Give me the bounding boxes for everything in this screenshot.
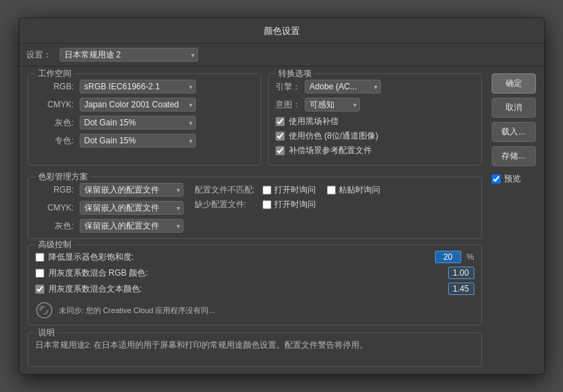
title-bar: 颜色设置 [19,18,544,44]
adv-row3: 用灰度系数混合文本颜色: [35,283,474,295]
workspace-title: 工作空间 [35,68,74,80]
mismatch-open-checkbox[interactable] [262,186,271,195]
preview-label: 预览 [504,173,521,185]
intent-select[interactable]: 可感知 [305,98,360,112]
cmyk-select[interactable]: Japan Color 2001 Coated [80,98,196,112]
preview-checkbox[interactable] [492,175,501,184]
spot-label: 专色: [35,135,74,147]
check1-label: 使用黑场补偿 [289,116,339,127]
dialog-body: 工作空间 RGB: sRGB IEC61966-2.1 CMYK: [19,66,544,374]
engine-select[interactable]: Adobe (AC... [305,80,381,93]
dither-checkbox[interactable] [276,132,285,141]
spot-select-wrapper[interactable]: Dot Gain 15% [80,134,196,148]
workspace-section: 工作空间 RGB: sRGB IEC61966-2.1 CMYK: [28,73,261,166]
rgb-row: RGB: sRGB IEC61966-2.1 [35,80,253,93]
adv-check1[interactable] [35,253,44,262]
sync-row: 未同步: 您的 Creative Cloud 应用程序没有同... [35,299,474,319]
description-text: 日本常规用途2: 在日本适用的用于屏幕和打印的常规用途颜色设置。配置文件警告将停… [35,339,474,351]
dialog-title: 颜色设置 [264,26,300,36]
mismatch-row: 配置文件不匹配: 打开时询问 粘贴时询问 [195,184,386,196]
preview-row: 预览 [492,173,536,185]
cm-cmyk-select-wrapper[interactable]: 保留嵌入的配置文件 [80,201,184,215]
top-settings-bar: 设置： 日本常规用途 2 [19,44,544,66]
cm-gray-select[interactable]: 保留嵌入的配置文件 [80,219,184,233]
cm-dropdowns: RGB: 保留嵌入的配置文件 CMYK: 保留嵌入的配置 [35,183,184,233]
cm-rgb-row: RGB: 保留嵌入的配置文件 [35,183,184,197]
blackpoint-checkbox[interactable] [276,117,285,126]
adv-label2: 用灰度系数混合 RGB 颜色: [48,267,444,279]
gray-label: 灰色: [35,117,74,129]
ok-button[interactable]: 确定 [492,73,536,93]
gray-row: 灰色: Dot Gain 15% [35,116,253,130]
adv-unit1: % [467,252,474,262]
adv-label3: 用灰度系数混合文本颜色: [48,283,444,295]
adv-input1[interactable] [435,251,461,263]
svg-point-0 [37,303,52,318]
check3-row: 补偿场景参考配置文件 [276,145,474,157]
convert-section: 转换选项 引擎： Adobe (AC... 意图： 可 [268,73,482,166]
check2-row: 使用仿色 (8位/通道图像) [276,130,474,142]
adv-input2[interactable] [448,267,474,279]
missing-row: 缺少配置文件: 打开时询问 [195,199,386,211]
cm-cmyk-row: CMYK: 保留嵌入的配置文件 [35,201,184,215]
adv-label1: 降低显示器色彩饱和度: [48,251,431,263]
color-management-title: 色彩管理方案 [35,171,91,183]
sync-text: 未同步: 您的 Creative Cloud 应用程序没有同... [59,305,215,316]
cm-rgb-label: RGB: [35,185,74,195]
scene-checkbox[interactable] [276,146,285,155]
sync-icon [35,301,53,319]
missing-open-checkbox[interactable] [262,200,271,209]
adv-check2[interactable] [35,269,44,278]
rgb-select[interactable]: sRGB IEC61966-2.1 [80,80,196,93]
rgb-select-wrapper[interactable]: sRGB IEC61966-2.1 [80,80,196,93]
cm-cmyk-select[interactable]: 保留嵌入的配置文件 [80,201,184,215]
load-button[interactable]: 载入... [492,122,536,142]
cm-gray-select-wrapper[interactable]: 保留嵌入的配置文件 [80,219,184,233]
left-panel: 工作空间 RGB: sRGB IEC61966-2.1 CMYK: [28,73,482,367]
advanced-title: 高级控制 [35,239,74,251]
main-sections: 工作空间 RGB: sRGB IEC61966-2.1 CMYK: [28,73,482,171]
gray-select-wrapper[interactable]: Dot Gain 15% [80,116,196,130]
mismatch-label: 配置文件不匹配: [195,184,257,196]
check1-row: 使用黑场补偿 [276,116,474,127]
cancel-button[interactable]: 取消 [492,98,536,118]
mismatch-paste-label: 粘贴时询问 [339,184,380,196]
settings-select[interactable]: 日本常规用途 2 [60,48,198,62]
intent-row: 意图： 可感知 [276,98,474,112]
engine-select-wrapper[interactable]: Adobe (AC... [305,80,381,93]
color-management-body: RGB: 保留嵌入的配置文件 CMYK: 保留嵌入的配置 [35,183,474,233]
mismatch-paste-group: 粘贴时询问 [327,184,380,196]
missing-label: 缺少配置文件: [195,199,257,211]
adv-row2: 用灰度系数混合 RGB 颜色: [35,267,474,279]
settings-select-wrapper[interactable]: 日本常规用途 2 [60,48,198,62]
bottom-row: 高级控制 降低显示器色彩饱和度: % 用灰度系数混合 RGB 颜色: [28,244,482,331]
right-buttons: 确定 取消 载入... 存储... 预览 [492,73,536,367]
convert-title: 转换选项 [276,68,314,80]
save-button[interactable]: 存储... [492,146,536,166]
adv-input3[interactable] [448,283,474,295]
gray-select[interactable]: Dot Gain 15% [80,116,196,130]
spot-select[interactable]: Dot Gain 15% [80,134,196,148]
cm-rgb-select[interactable]: 保留嵌入的配置文件 [80,183,184,197]
cm-rgb-select-wrapper[interactable]: 保留嵌入的配置文件 [80,183,184,197]
rgb-label: RGB: [35,82,74,91]
cm-checkboxes: 配置文件不匹配: 打开时询问 粘贴时询问 缺少配置文件: [195,183,386,233]
intent-label: 意图： [276,99,301,111]
missing-open-label: 打开时询问 [274,199,316,211]
mismatch-open-label: 打开时询问 [274,184,316,196]
advanced-section: 高级控制 降低显示器色彩饱和度: % 用灰度系数混合 RGB 颜色: [28,244,482,326]
mismatch-paste-checkbox[interactable] [327,186,336,195]
adv-row1: 降低显示器色彩饱和度: % [35,251,474,263]
cmyk-select-wrapper[interactable]: Japan Color 2001 Coated [80,98,196,112]
engine-row: 引擎： Adobe (AC... [276,80,474,93]
description-section: 说明 日本常规用途2: 在日本适用的用于屏幕和打印的常规用途颜色设置。配置文件警… [28,332,482,367]
intent-select-wrapper[interactable]: 可感知 [305,98,360,112]
mismatch-open-group: 打开时询问 [262,184,316,196]
engine-label: 引擎： [276,81,301,93]
settings-label: 设置： [26,49,51,61]
adv-check3[interactable] [35,285,44,294]
check2-label: 使用仿色 (8位/通道图像) [289,130,378,142]
cmyk-row: CMYK: Japan Color 2001 Coated [35,98,253,112]
description-title: 说明 [35,327,57,339]
color-settings-dialog: 颜色设置 设置： 日本常规用途 2 工作空间 RGB: sRG [19,17,545,375]
